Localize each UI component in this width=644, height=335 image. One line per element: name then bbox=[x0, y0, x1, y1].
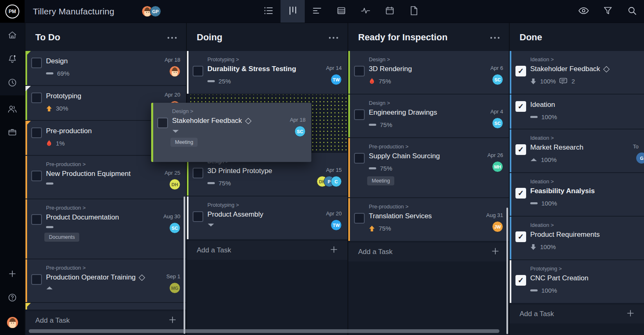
due-date: Apr 26 bbox=[488, 152, 503, 158]
add-task-button[interactable]: Add a Task bbox=[510, 305, 644, 323]
task-card[interactable]: ✓Ideation >Product Requirements100% bbox=[510, 217, 644, 259]
calendar-view-icon bbox=[385, 6, 394, 16]
sidebar-item-notifications[interactable] bbox=[0, 48, 25, 72]
task-checkbox[interactable] bbox=[31, 171, 42, 181]
horizontal-scrollbar[interactable] bbox=[29, 329, 499, 333]
column-title: To Do bbox=[35, 32, 60, 43]
task-right-meta: Apr 14TW bbox=[326, 65, 342, 85]
task-checkbox[interactable] bbox=[354, 109, 365, 120]
task-checkbox[interactable] bbox=[354, 213, 365, 224]
task-card[interactable]: Design >Engineering Drawings75%Apr 4SC bbox=[348, 95, 509, 137]
task-card[interactable]: ✓Ideation >Market Research100%ToG bbox=[510, 129, 644, 172]
task-checkbox[interactable]: ✓ bbox=[515, 66, 526, 76]
task-checkbox[interactable] bbox=[354, 153, 365, 164]
add-task-button[interactable]: Add a Task bbox=[187, 241, 347, 260]
task-checkbox[interactable]: ✓ bbox=[515, 275, 526, 286]
activity-view-icon bbox=[361, 7, 370, 16]
task-card[interactable]: Pre-production >Production Operator Trai… bbox=[25, 259, 186, 302]
assignee-avatars: MH bbox=[492, 161, 503, 172]
task-checkbox[interactable] bbox=[31, 58, 42, 68]
card-corner-fold bbox=[25, 121, 31, 126]
assignee-avatar: TW bbox=[331, 219, 342, 231]
task-checkbox[interactable] bbox=[31, 274, 42, 285]
app-logo[interactable]: PM bbox=[0, 0, 25, 23]
dragged-task-card[interactable]: Design >Stakeholder FeedbackMeetingApr 1… bbox=[151, 103, 311, 162]
task-card[interactable]: Pre-production >Translation Services75%A… bbox=[348, 198, 509, 241]
tab-board-view[interactable] bbox=[281, 0, 305, 23]
task-checkbox[interactable]: ✓ bbox=[515, 144, 526, 155]
task-breadcrumb: Ideation > bbox=[511, 173, 644, 185]
task-title-row: Translation Services bbox=[350, 210, 509, 220]
sidebar-item-recent[interactable] bbox=[0, 72, 25, 95]
task-title: CNC Part Creation bbox=[530, 274, 589, 282]
member-avatar: GP bbox=[150, 6, 161, 17]
board-column-doing: DoingPrototyping >Durability & Stress Te… bbox=[186, 23, 347, 335]
task-checkbox[interactable]: ✓ bbox=[515, 101, 526, 112]
priority-arrow-up-icon bbox=[46, 105, 52, 112]
task-card[interactable]: Design69%Apr 18 bbox=[25, 51, 186, 85]
task-checkbox[interactable] bbox=[31, 92, 42, 103]
task-card[interactable]: ✓Ideation100% bbox=[510, 95, 644, 129]
sidebar-item-help[interactable] bbox=[0, 286, 25, 310]
sidebar-item-portfolio[interactable] bbox=[0, 121, 25, 144]
task-checkbox[interactable] bbox=[31, 214, 42, 225]
task-breadcrumb: Ideation > bbox=[511, 217, 644, 228]
visibility-button[interactable] bbox=[571, 0, 596, 23]
task-card[interactable]: Pre-production >Product DocumentationDoc… bbox=[25, 199, 186, 259]
column-scrollbar[interactable] bbox=[184, 196, 185, 334]
task-card[interactable]: Design >3D Rendering75%Apr 6SC bbox=[348, 51, 509, 94]
project-member-avatars[interactable]: GP bbox=[145, 6, 161, 17]
due-date: Aug 31 bbox=[486, 212, 503, 218]
task-tag: Documents bbox=[44, 233, 79, 242]
task-breadcrumb: Design > bbox=[350, 95, 509, 106]
task-checkbox[interactable] bbox=[31, 127, 42, 138]
assignee-avatar: JW bbox=[492, 221, 503, 232]
task-checkbox[interactable]: ✓ bbox=[515, 231, 526, 242]
sidebar-item-home[interactable] bbox=[0, 24, 25, 48]
task-breadcrumb: Prototyping > bbox=[189, 51, 347, 62]
tab-files-view[interactable] bbox=[402, 0, 426, 23]
board-view-icon bbox=[288, 6, 297, 17]
task-checkbox[interactable] bbox=[193, 168, 203, 178]
task-card[interactable]: ✓Ideation >Stakeholder Feedback100%2 bbox=[510, 51, 644, 94]
column-menu-button[interactable] bbox=[329, 32, 338, 42]
column-scrollbar[interactable] bbox=[506, 208, 508, 334]
search-button[interactable] bbox=[620, 0, 644, 23]
task-card[interactable]: ✓Prototyping >CNC Part Creation100% bbox=[510, 260, 644, 303]
task-progress: 75% bbox=[380, 165, 392, 172]
task-checkbox[interactable] bbox=[193, 66, 203, 76]
task-title: Stakeholder Feedback bbox=[530, 65, 600, 73]
task-card-partial[interactable] bbox=[25, 303, 186, 310]
task-card[interactable]: Prototyping >Product AssemblyApr 20TW bbox=[187, 196, 347, 239]
filter-button[interactable] bbox=[596, 0, 620, 23]
sidebar-user-avatar[interactable] bbox=[0, 310, 25, 334]
task-title: Pre-production bbox=[46, 127, 92, 135]
column-cards: ✓Ideation >Stakeholder Feedback100%2✓Ide… bbox=[510, 49, 644, 303]
tab-gantt-view[interactable] bbox=[305, 0, 329, 23]
priority-tri-up-icon bbox=[530, 158, 537, 162]
task-title-row: Product Requirements bbox=[511, 228, 644, 239]
task-card[interactable]: ✓Ideation >Feasibility Analysis100% bbox=[510, 173, 644, 216]
due-date: Apr 18 bbox=[165, 57, 180, 63]
task-checkbox[interactable] bbox=[354, 66, 365, 76]
column-menu-button[interactable] bbox=[167, 32, 177, 42]
sidebar-item-add[interactable] bbox=[0, 263, 25, 286]
tab-list-view[interactable] bbox=[256, 0, 281, 23]
task-right-meta: Apr 20TW bbox=[326, 210, 342, 231]
add-task-button[interactable]: Add a Task bbox=[348, 243, 509, 261]
add-task-button[interactable]: Add a Task bbox=[25, 311, 186, 330]
task-card[interactable]: Prototyping >Durability & Stress Testing… bbox=[187, 51, 347, 94]
task-checkbox[interactable] bbox=[193, 211, 203, 222]
due-date: Apr 25 bbox=[165, 170, 180, 176]
column-menu-button[interactable] bbox=[490, 32, 500, 42]
tab-activity-view[interactable] bbox=[353, 0, 377, 23]
task-card[interactable]: Pre-production >Supply Chain Sourcing75%… bbox=[348, 138, 509, 197]
tab-calendar-view[interactable] bbox=[377, 0, 402, 23]
task-title: Prototyping bbox=[46, 92, 81, 100]
task-card[interactable]: Pre-production >New Production Equipment… bbox=[25, 156, 186, 199]
task-right-meta: Apr 4SC bbox=[490, 109, 503, 129]
tab-sheet-view[interactable] bbox=[329, 0, 353, 23]
task-checkbox[interactable] bbox=[157, 118, 168, 128]
task-checkbox[interactable]: ✓ bbox=[515, 188, 526, 199]
sidebar-item-team[interactable] bbox=[0, 98, 25, 121]
